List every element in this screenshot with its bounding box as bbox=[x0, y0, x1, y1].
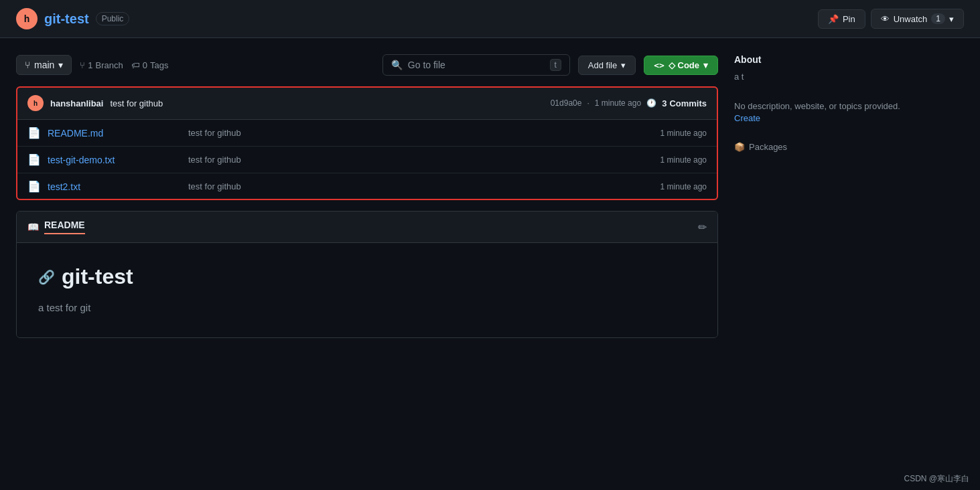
toolbar: ⑂ main ▾ ⑂ 1 Branch 🏷 0 Tags 🔍 Go t bbox=[16, 54, 718, 76]
go-to-file-input[interactable]: 🔍 Go to file t bbox=[382, 54, 570, 76]
about-title: About bbox=[734, 54, 922, 65]
file-time: 1 minute ago bbox=[660, 182, 707, 191]
add-file-button[interactable]: Add file ▾ bbox=[578, 56, 636, 75]
file-time: 1 minute ago bbox=[660, 129, 707, 138]
tag-count: 0 bbox=[143, 60, 147, 70]
branch-name: main bbox=[34, 60, 54, 70]
go-to-file-shortcut: t bbox=[550, 59, 561, 71]
commits-link[interactable]: 3 Commits bbox=[662, 98, 707, 108]
commit-row: h hanshanlibai test for github 01d9a0e ·… bbox=[17, 87, 717, 120]
main-content: ⑂ main ▾ ⑂ 1 Branch 🏷 0 Tags 🔍 Go t bbox=[0, 38, 938, 354]
readme-heading: 🔗 git-test bbox=[38, 264, 696, 289]
table-row: 📄 test-git-demo.txt test for github 1 mi… bbox=[17, 147, 717, 173]
pin-icon: 📌 bbox=[828, 14, 839, 24]
file-commit-msg: test for github bbox=[188, 155, 654, 165]
file-name[interactable]: test-git-demo.txt bbox=[48, 155, 182, 165]
unwatch-button[interactable]: 👁 Unwatch 1 ▾ bbox=[871, 9, 964, 29]
add-file-label: Add file bbox=[588, 60, 617, 70]
branch-count: 1 bbox=[88, 60, 92, 70]
commits-label: Commits bbox=[669, 98, 707, 108]
description-section: No description, website, or topics provi… bbox=[734, 100, 922, 124]
file-table: h hanshanlibai test for github 01d9a0e ·… bbox=[16, 86, 718, 200]
edit-icon[interactable]: ✏ bbox=[698, 221, 707, 234]
unwatch-count: 1 bbox=[931, 13, 945, 24]
chevron-down-icon: ▾ bbox=[621, 60, 626, 70]
repo-main: ⑂ main ▾ ⑂ 1 Branch 🏷 0 Tags 🔍 Go t bbox=[16, 54, 718, 338]
visibility-badge: Public bbox=[96, 12, 130, 25]
tag-count-link[interactable]: 🏷 0 Tags bbox=[131, 60, 169, 70]
commit-avatar: h bbox=[27, 95, 44, 111]
readme-content: 🔗 git-test a test for git bbox=[17, 243, 717, 337]
book-icon: 📖 bbox=[27, 222, 39, 232]
commit-time: 1 minute ago bbox=[595, 98, 641, 108]
tag-label: Tags bbox=[150, 60, 168, 70]
file-name[interactable]: README.md bbox=[48, 128, 182, 139]
file-icon: 📄 bbox=[27, 153, 41, 166]
branch-icon-small: ⑂ bbox=[80, 60, 85, 70]
packages-row[interactable]: 📦 Packages bbox=[734, 139, 922, 155]
code-icon: <> bbox=[654, 60, 664, 70]
right-sidebar: About a t No description, website, or to… bbox=[734, 54, 922, 338]
chevron-down-icon: ▾ bbox=[949, 14, 954, 24]
avatar: h bbox=[16, 8, 38, 29]
no-description-text: No description, website, or topics provi… bbox=[734, 100, 922, 113]
branch-meta: ⑂ 1 Branch 🏷 0 Tags bbox=[80, 60, 168, 70]
header-actions: 📌 Pin 👁 Unwatch 1 ▾ bbox=[818, 9, 964, 29]
readme-description: a test for git bbox=[38, 300, 696, 316]
table-row: 📄 test2.txt test for github 1 minute ago bbox=[17, 173, 717, 199]
file-commit-msg: test for github bbox=[188, 181, 654, 191]
eye-icon: 👁 bbox=[881, 14, 890, 24]
repo-name[interactable]: git-test bbox=[44, 11, 89, 27]
repo-title: h git-test Public bbox=[16, 8, 129, 29]
about-text: a t bbox=[734, 70, 922, 84]
readme-title-text: README bbox=[44, 220, 85, 234]
readme-title: 📖 README bbox=[27, 220, 85, 234]
readme-section: 📖 README ✏ 🔗 git-test a test for git bbox=[16, 211, 718, 338]
tag-icon: 🏷 bbox=[131, 60, 140, 70]
branch-selector[interactable]: ⑂ main ▾ bbox=[16, 55, 72, 75]
file-commit-msg: test for github bbox=[188, 128, 654, 138]
file-name[interactable]: test2.txt bbox=[48, 181, 182, 192]
link-icon: 🔗 bbox=[38, 269, 55, 285]
commits-count: 3 bbox=[662, 98, 667, 108]
top-header: h git-test Public 📌 Pin 👁 Unwatch 1 ▾ bbox=[0, 0, 980, 38]
file-icon: 📄 bbox=[27, 180, 41, 193]
commit-dot: · bbox=[587, 98, 589, 108]
about-section: About a t bbox=[734, 54, 922, 84]
code-button[interactable]: <> ◇ Code ▾ bbox=[644, 56, 718, 75]
code-label: ◇ Code bbox=[669, 60, 699, 70]
branch-label: Branch bbox=[96, 60, 123, 70]
packages-label: Packages bbox=[749, 142, 787, 152]
go-to-file-placeholder: Go to file bbox=[408, 60, 445, 70]
commit-message: test for github bbox=[110, 98, 163, 108]
file-time: 1 minute ago bbox=[660, 155, 707, 165]
pin-button[interactable]: 📌 Pin bbox=[818, 9, 865, 29]
chevron-down-icon: ▾ bbox=[703, 60, 708, 70]
create-link[interactable]: Create bbox=[734, 113, 760, 123]
branch-icon: ⑂ bbox=[25, 60, 30, 70]
search-icon: 🔍 bbox=[391, 60, 403, 70]
readme-header: 📖 README ✏ bbox=[17, 212, 717, 243]
package-icon: 📦 bbox=[734, 142, 745, 152]
commit-author[interactable]: hanshanlibai bbox=[50, 98, 103, 108]
commit-meta: 01d9a0e · 1 minute ago 🕐 3 Commits bbox=[551, 98, 707, 108]
chevron-down-icon: ▾ bbox=[58, 60, 63, 70]
commit-hash: 01d9a0e bbox=[551, 98, 582, 108]
file-icon: 📄 bbox=[27, 127, 41, 139]
table-row: 📄 README.md test for github 1 minute ago bbox=[17, 120, 717, 147]
clock-icon: 🕐 bbox=[646, 98, 656, 108]
branch-count-link[interactable]: ⑂ 1 Branch bbox=[80, 60, 123, 70]
